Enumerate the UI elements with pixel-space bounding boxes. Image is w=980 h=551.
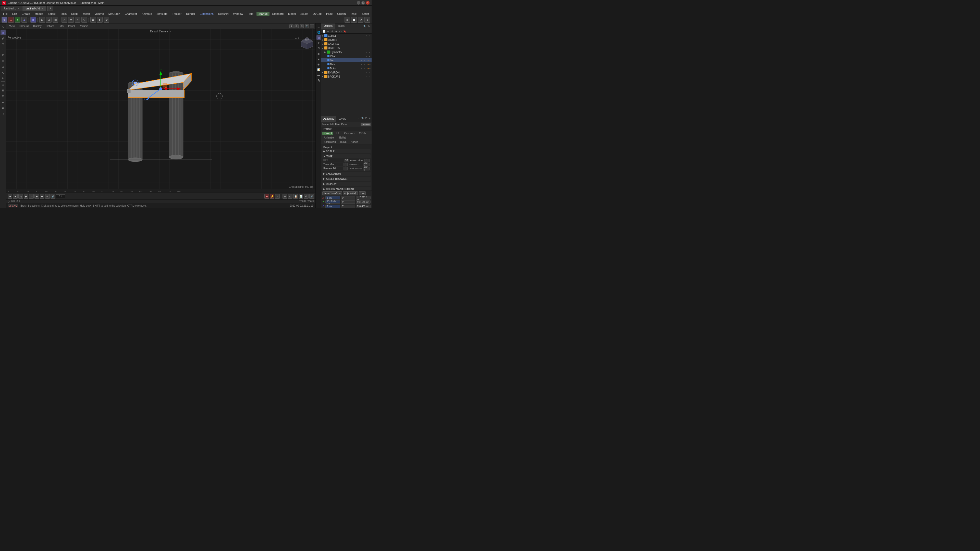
vp-options[interactable]: Options (44, 24, 56, 28)
size-btn[interactable]: Size (359, 191, 366, 195)
vp-btn4[interactable]: 📷 (305, 24, 309, 28)
subtab-xrefs[interactable]: XRefs (358, 132, 368, 135)
menu-redshift[interactable]: Redshift (216, 12, 231, 16)
obj-pillar[interactable]: Pillar ✓ ✓ (321, 54, 372, 58)
obj-tags-icon[interactable]: 🏷 (339, 30, 342, 33)
workspace-paint[interactable]: Paint (324, 12, 334, 16)
subtab-simulation[interactable]: Simulation (322, 140, 337, 144)
subtab-animation[interactable]: Animation (322, 136, 337, 139)
tb-extra-2[interactable]: 📋 (351, 17, 357, 23)
obj-bottom[interactable]: Bottom ✓ ✓ → ··· (321, 66, 372, 70)
tab-close-0[interactable]: × (18, 7, 19, 10)
obj-settings[interactable]: ⚙ (367, 24, 371, 28)
workspace-sculpt[interactable]: Sculpt (298, 12, 310, 16)
attrs-tab-layers[interactable]: Layers (336, 116, 348, 122)
sidebar-select2[interactable]: ⊞ (0, 88, 6, 93)
r-icon-plugins[interactable]: 🔌 (317, 78, 321, 83)
tool-y[interactable]: Y (15, 17, 21, 23)
sidebar-select3[interactable]: ◎ (0, 94, 6, 98)
r-icon-objects[interactable]: ☰ (317, 24, 321, 29)
vp-btn3[interactable]: ⊡ (300, 24, 304, 28)
tl-sound[interactable]: 🔊 (51, 194, 55, 199)
sidebar-extrude[interactable]: ⬆ (0, 111, 6, 116)
attrs-display-header[interactable]: DISPLAY (322, 182, 371, 186)
tl-start[interactable]: ⏮ (8, 194, 12, 199)
obj-environ-vis[interactable]: · (365, 71, 368, 74)
menu-edit[interactable]: Edit (10, 12, 19, 16)
tl-play[interactable]: ▶ (24, 194, 28, 199)
obj-cube1-vis[interactable]: ✓ (365, 34, 368, 37)
obj-main-vis[interactable]: ✓ (360, 63, 363, 66)
obj-top-lock[interactable]: ✓ (363, 59, 366, 62)
tool-x[interactable]: X (8, 17, 14, 23)
obj-backups-vis[interactable]: · (365, 75, 368, 78)
rotate-btn[interactable]: ↻ (81, 17, 87, 23)
obj-camera-vis[interactable]: · (365, 42, 368, 45)
tl-mode1[interactable]: ⊞ (283, 194, 287, 199)
reset-transform-btn[interactable]: Reset Transform (322, 191, 342, 195)
obj-camera[interactable]: ▶ CAMERA · · (321, 42, 372, 46)
obj-top-vis[interactable]: ✓ (360, 59, 363, 62)
tl-mode2[interactable]: ⊡ (288, 194, 293, 199)
attrs-assetbrowser-header[interactable]: ASSET BROWSER (322, 177, 371, 181)
workspace-script[interactable]: Script (360, 12, 371, 16)
grid-btn[interactable]: ⊟ (46, 17, 52, 23)
vp-btn5[interactable]: ℹ (310, 24, 314, 28)
z-pos-value[interactable]: 0 cm (325, 205, 340, 208)
tool-move[interactable]: ⊕ (2, 17, 7, 23)
obj-environ[interactable]: ▶ ENVIRON · · (321, 70, 372, 75)
obj-objects-vis[interactable]: · (365, 46, 368, 49)
tl-play-back[interactable]: ◁ (18, 194, 23, 199)
tl-prev-frame[interactable]: ◀ (13, 194, 18, 199)
obj-file-icon[interactable]: 📄 (322, 30, 326, 33)
sidebar-scale[interactable]: ⤡ (0, 70, 6, 75)
x-size-value[interactable]: 777.3144 cm (356, 196, 371, 200)
obj-bottom-vis[interactable]: ✓ (360, 67, 363, 70)
subtab-project[interactable]: Project (322, 132, 333, 135)
obj-lights[interactable]: ▶ LIGHTS · · (321, 38, 372, 42)
render-btn[interactable]: ▶ (97, 17, 103, 23)
render-settings-btn[interactable]: ⚙ (103, 17, 109, 23)
sidebar-points[interactable]: · (0, 47, 6, 52)
menu-script[interactable]: Script (69, 12, 80, 16)
workspace-standard[interactable]: Standard (270, 12, 286, 16)
vp-view[interactable]: View (8, 24, 16, 28)
obj-top[interactable]: Top ✓ ✓ → ··· (321, 58, 372, 62)
workspace-track[interactable]: Track (348, 12, 360, 16)
tl-mode5[interactable]: ⚙ (304, 194, 309, 199)
obj-objects[interactable]: ▶ OBJECTS · · (321, 46, 372, 50)
attrs-back[interactable]: ← (357, 116, 361, 120)
menu-extensions[interactable]: Extensions (198, 12, 216, 16)
attrs-colormgmt-header[interactable]: COLOR MANAGEMENT (322, 187, 371, 191)
attrs-edit-tab[interactable]: Edit (330, 123, 334, 126)
vp-cameras[interactable]: Cameras (18, 24, 31, 28)
r-icon-timeline[interactable]: ⏱ (317, 46, 321, 51)
tb-extra-3[interactable]: ⚙ (358, 17, 363, 23)
cam-btn[interactable]: ◫ (52, 17, 58, 23)
attrs-settings[interactable]: ≡ (368, 116, 372, 120)
minimize-button[interactable]: ─ (357, 1, 360, 5)
workspace-startup[interactable]: Startup (256, 12, 269, 16)
subtab-info[interactable]: Info (334, 132, 342, 135)
menu-volume[interactable]: Volume (92, 12, 106, 16)
snap-btn[interactable]: ⊞ (39, 17, 45, 23)
tb-extra-4[interactable]: ℹ (364, 17, 370, 23)
vp-btn1[interactable]: ⊞ (290, 24, 293, 28)
close-button[interactable]: × (366, 1, 369, 5)
sidebar-sculpt[interactable]: 🖌 (0, 36, 6, 41)
attrs-scale-header[interactable]: SCALE (322, 149, 371, 153)
x-pos-value[interactable]: 0 cm (325, 196, 340, 200)
obj-main-lock[interactable]: ✓ (363, 63, 366, 66)
obj-cube1[interactable]: ▶ Cube.1 ✓ ✓ (321, 34, 372, 38)
tl-next-frame[interactable]: ▶ (35, 194, 39, 199)
tl-mode4[interactable]: 📊 (299, 194, 303, 199)
obj-edit-icon[interactable]: ✏ (326, 30, 330, 33)
tl-auto-key[interactable]: 🔑 (270, 194, 274, 199)
menu-window[interactable]: Window (231, 12, 245, 16)
menu-help[interactable]: Help (245, 12, 256, 16)
prevmin-value[interactable]: 0 F (344, 167, 348, 170)
sidebar-select1[interactable]: □ (0, 82, 6, 87)
menu-render[interactable]: Render (184, 12, 197, 16)
tab-untitled1[interactable]: Untitled 1 × (1, 6, 22, 11)
workspace-model[interactable]: Model (286, 12, 298, 16)
